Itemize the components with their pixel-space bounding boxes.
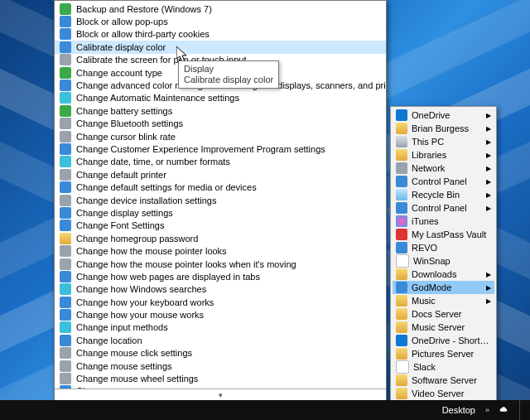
menu-item-label: Video Server xyxy=(412,389,491,398)
list-item-label: Change account type xyxy=(76,68,162,78)
list-item[interactable]: Backup and Restore (Windows 7) xyxy=(55,2,386,15)
list-item[interactable]: Change location xyxy=(55,334,386,346)
menu-item-icon xyxy=(396,123,407,134)
submenu-arrow-icon: ▶ xyxy=(486,125,491,133)
list-item[interactable]: Change how the mouse pointer looks xyxy=(55,244,386,257)
menu-item-icon xyxy=(396,242,407,253)
onedrive-tray-icon[interactable] xyxy=(498,404,509,416)
menu-item[interactable]: Docs Server xyxy=(393,307,494,321)
list-item[interactable]: Change how the mouse pointer looks when … xyxy=(55,258,386,270)
list-item[interactable]: Change how web pages are displayed in ta… xyxy=(55,270,386,282)
list-item[interactable]: Change how your mouse works xyxy=(55,308,386,321)
tooltip: Display Calibrate display color xyxy=(178,60,279,89)
list-item-label: Change how web pages are displayed in ta… xyxy=(76,272,260,282)
list-item-label: Change default printer xyxy=(76,170,166,180)
menu-item[interactable]: Downloads▶ xyxy=(393,268,494,281)
menu-item[interactable]: Music▶ xyxy=(393,294,494,307)
list-item[interactable]: Block or allow third-party cookies xyxy=(55,28,386,41)
menu-item[interactable]: Network▶ xyxy=(393,162,494,175)
menu-item-label: Music xyxy=(412,296,482,306)
menu-item[interactable]: This PC▶ xyxy=(393,135,494,148)
submenu-arrow-icon: ▶ xyxy=(486,191,491,199)
list-item[interactable]: Change input methods xyxy=(55,321,386,334)
list-item[interactable]: Change Bluetooth settings xyxy=(55,118,386,130)
list-item[interactable]: Change mouse wheel settings xyxy=(55,372,386,384)
menu-item-label: WinSnap xyxy=(413,256,491,266)
show-desktop-button[interactable] xyxy=(519,400,525,420)
list-item[interactable]: Change battery settings xyxy=(55,104,386,117)
menu-item[interactable]: Brian Burgess▶ xyxy=(393,122,494,135)
list-item[interactable]: Change how your keyboard works xyxy=(55,296,386,308)
list-item[interactable]: Change Font Settings xyxy=(55,220,386,232)
menu-item[interactable]: OneDrive - Shortcut xyxy=(393,334,494,347)
taskbar: Desktop » xyxy=(0,400,530,420)
menu-item[interactable]: My LastPass Vault xyxy=(393,228,494,241)
list-item[interactable]: Change mouse settings xyxy=(55,360,386,372)
list-item[interactable]: Calibrate display color xyxy=(55,41,386,53)
menu-item[interactable]: Music Server xyxy=(393,321,494,334)
list-item-label: Block or allow pop-ups xyxy=(76,17,168,27)
menu-item-icon xyxy=(396,189,407,200)
list-item-icon xyxy=(60,80,71,91)
list-item[interactable]: Change display settings xyxy=(55,206,386,219)
menu-item[interactable]: WinSnap xyxy=(393,254,494,268)
menu-item-icon xyxy=(396,162,407,174)
list-item[interactable]: Block or allow pop-ups xyxy=(55,15,386,27)
list-item[interactable]: Change how Windows searches xyxy=(55,283,386,296)
menu-item[interactable]: OneDrive▶ xyxy=(393,109,494,122)
list-item-label: Change Customer Experience Improvement P… xyxy=(76,144,325,154)
list-item[interactable]: Change Customer Experience Improvement P… xyxy=(55,142,386,155)
desktop-toolbar-label[interactable]: Desktop xyxy=(442,405,477,415)
list-item-icon xyxy=(60,335,71,346)
menu-item[interactable]: Software Server xyxy=(393,374,494,387)
list-item[interactable]: Change cursor blink rate xyxy=(55,130,386,142)
menu-item-label: Music Server xyxy=(412,322,491,332)
list-item[interactable]: Change mouse click settings xyxy=(55,347,386,360)
list-item-label: Change default settings for media or dev… xyxy=(76,182,257,192)
list-item-icon xyxy=(60,360,71,372)
list-item-icon xyxy=(60,207,71,219)
menu-item[interactable]: Pictures Server xyxy=(393,347,494,360)
menu-item[interactable]: GodMode▶ xyxy=(393,281,494,294)
list-item-icon xyxy=(60,258,71,270)
list-item[interactable]: Change date, time, or number formats xyxy=(55,156,386,168)
list-item[interactable]: Change homegroup password xyxy=(55,232,386,244)
menu-item-label: Brian Burgess xyxy=(412,123,482,133)
list-item-label: Change homegroup password xyxy=(76,234,198,244)
list-item-icon xyxy=(60,321,71,333)
list-item-label: Change cursor blink rate xyxy=(76,132,176,142)
menu-item[interactable]: Recycle Bin▶ xyxy=(393,188,494,201)
list-item-icon xyxy=(60,41,71,53)
desktop-toolbar-expand[interactable]: » xyxy=(484,406,491,414)
menu-item-label: Recycle Bin xyxy=(412,190,482,200)
menu-item[interactable]: Slack xyxy=(393,360,494,374)
menu-item-icon xyxy=(396,149,407,161)
list-item-icon xyxy=(60,156,71,167)
submenu-arrow-icon: ▶ xyxy=(486,205,491,212)
menu-item[interactable]: iTunes xyxy=(393,215,494,228)
list-item-icon xyxy=(60,195,71,206)
list-item-icon xyxy=(60,118,71,129)
menu-item[interactable]: Libraries▶ xyxy=(393,148,494,162)
menu-item-icon xyxy=(396,202,407,214)
list-item[interactable]: Change default settings for media or dev… xyxy=(55,181,386,193)
submenu-arrow-icon: ▶ xyxy=(486,165,491,172)
menu-item-icon xyxy=(396,321,407,333)
list-item[interactable]: Change device installation settings xyxy=(55,194,386,206)
list-item-label: Change input methods xyxy=(76,322,168,332)
menu-item-label: Downloads xyxy=(412,269,482,279)
menu-item-icon xyxy=(396,348,407,360)
menu-item-icon xyxy=(396,215,407,227)
list-item-label: Change battery settings xyxy=(76,106,172,116)
scroll-down-button[interactable]: ▾ xyxy=(55,389,386,401)
menu-item-icon xyxy=(396,268,407,280)
menu-item[interactable]: REVO xyxy=(393,241,494,254)
list-item-icon xyxy=(60,92,71,104)
menu-item[interactable]: Control Panel▶ xyxy=(393,175,494,188)
list-item[interactable]: Change default printer xyxy=(55,168,386,181)
list-item[interactable]: Change Automatic Maintenance settings xyxy=(55,92,386,104)
list-item-label: Change location xyxy=(76,336,142,345)
menu-item[interactable]: Control Panel▶ xyxy=(393,201,494,215)
menu-item-icon xyxy=(396,254,409,268)
menu-item[interactable]: Video Server xyxy=(393,387,494,400)
